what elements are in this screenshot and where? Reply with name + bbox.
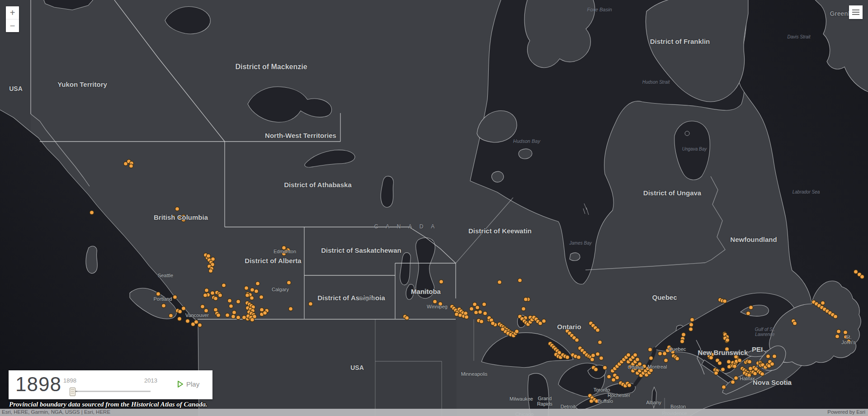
data-point[interactable] (682, 333, 686, 337)
data-point[interactable] (766, 355, 770, 359)
data-point[interactable] (470, 307, 474, 311)
data-point[interactable] (203, 293, 208, 298)
data-point[interactable] (834, 315, 838, 319)
data-point[interactable] (595, 399, 599, 403)
data-point[interactable] (515, 330, 519, 334)
data-point[interactable] (746, 312, 750, 316)
data-point[interactable] (590, 399, 594, 403)
data-point[interactable] (649, 369, 653, 373)
data-point[interactable] (577, 355, 581, 359)
data-point[interactable] (207, 254, 211, 258)
time-slider-handle[interactable] (70, 388, 75, 396)
data-point[interactable] (642, 364, 646, 369)
data-point[interactable] (433, 300, 437, 304)
data-point[interactable] (476, 306, 480, 310)
data-point[interactable] (627, 383, 632, 388)
data-point[interactable] (205, 288, 209, 293)
data-point[interactable] (228, 299, 232, 303)
data-point[interactable] (173, 295, 177, 299)
data-point[interactable] (760, 372, 764, 376)
data-point[interactable] (689, 327, 693, 331)
data-point[interactable] (607, 375, 611, 379)
data-point[interactable] (726, 338, 730, 342)
data-point[interactable] (439, 280, 443, 284)
data-point[interactable] (465, 315, 469, 319)
data-point[interactable] (211, 291, 215, 295)
data-point[interactable] (633, 353, 637, 357)
data-point[interactable] (201, 305, 205, 309)
data-point[interactable] (793, 321, 797, 326)
data-point[interactable] (603, 366, 607, 370)
data-point[interactable] (232, 311, 236, 315)
data-point[interactable] (284, 250, 288, 254)
data-point[interactable] (612, 378, 616, 382)
data-point[interactable] (538, 321, 542, 326)
data-point[interactable] (169, 314, 173, 318)
data-point[interactable] (599, 356, 604, 360)
data-point[interactable] (638, 362, 642, 366)
data-point[interactable] (90, 211, 94, 215)
data-point[interactable] (658, 352, 662, 356)
data-point[interactable] (482, 303, 486, 307)
data-point[interactable] (498, 280, 502, 284)
data-point[interactable] (226, 313, 230, 317)
data-point[interactable] (725, 347, 729, 351)
data-point[interactable] (664, 359, 668, 363)
data-point[interactable] (770, 362, 774, 366)
data-point[interactable] (649, 356, 653, 360)
data-point[interactable] (734, 376, 738, 380)
data-point[interactable] (542, 319, 546, 323)
map-canvas[interactable] (0, 0, 868, 416)
data-point[interactable] (222, 284, 226, 288)
data-point[interactable] (854, 270, 858, 274)
data-point[interactable] (198, 323, 202, 327)
data-point[interactable] (821, 301, 825, 305)
data-point[interactable] (844, 331, 848, 335)
data-point[interactable] (259, 295, 264, 299)
data-point[interactable] (773, 355, 777, 359)
data-point[interactable] (844, 335, 848, 339)
data-point[interactable] (250, 318, 255, 322)
data-point[interactable] (405, 316, 409, 320)
data-point[interactable] (172, 215, 176, 219)
data-point[interactable] (754, 367, 758, 371)
data-point[interactable] (627, 353, 631, 357)
data-point[interactable] (648, 348, 652, 352)
data-point[interactable] (214, 297, 218, 301)
data-point[interactable] (747, 373, 751, 378)
data-point[interactable] (178, 310, 182, 314)
data-point[interactable] (575, 338, 579, 342)
data-point[interactable] (727, 360, 731, 364)
data-point[interactable] (748, 360, 752, 364)
data-point[interactable] (483, 312, 487, 316)
data-point[interactable] (175, 207, 179, 211)
data-point[interactable] (480, 320, 484, 324)
data-point[interactable] (566, 355, 570, 359)
data-point[interactable] (491, 321, 495, 326)
layers-menu-button[interactable] (849, 5, 863, 19)
data-point[interactable] (722, 385, 726, 389)
data-point[interactable] (186, 319, 190, 323)
data-point[interactable] (723, 299, 727, 303)
data-point[interactable] (721, 368, 725, 372)
time-slider-track[interactable] (74, 391, 151, 392)
data-point[interactable] (282, 246, 286, 250)
data-point[interactable] (218, 293, 222, 298)
data-point[interactable] (474, 311, 478, 315)
data-point[interactable] (439, 302, 443, 306)
data-point[interactable] (156, 292, 160, 296)
data-point[interactable] (591, 354, 595, 358)
data-point[interactable] (524, 298, 528, 302)
data-point[interactable] (663, 352, 667, 356)
zoom-in-button[interactable]: + (6, 6, 19, 19)
data-point[interactable] (518, 279, 522, 283)
data-point[interactable] (260, 308, 264, 312)
data-point[interactable] (749, 306, 753, 310)
data-point[interactable] (680, 340, 684, 344)
data-point[interactable] (860, 275, 864, 279)
data-point[interactable] (217, 313, 221, 317)
data-point[interactable] (256, 282, 260, 286)
data-point[interactable] (837, 330, 841, 334)
data-point[interactable] (182, 218, 186, 222)
play-button[interactable]: Play (178, 380, 199, 388)
